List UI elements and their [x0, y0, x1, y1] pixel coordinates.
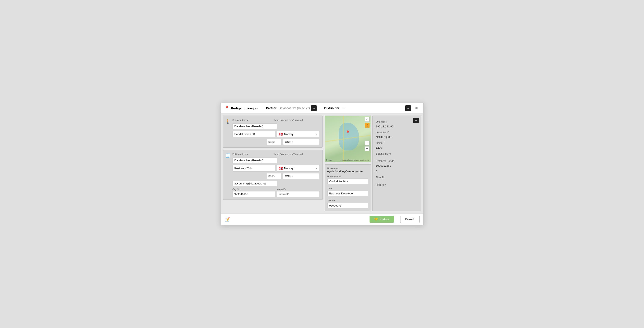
map-zoom-out-button[interactable]: − [365, 146, 370, 151]
location-id-label: Lokasjon ID [376, 131, 418, 134]
confirm-button[interactable]: Bekreft [400, 216, 419, 223]
finn-key-label: Finn Key [376, 183, 418, 186]
right-panel: ✏ Offentlig IP 195.18.131.90 Lokasjon ID… [372, 116, 421, 211]
contact-email: oyvind.andhoy@andhoy.com [328, 170, 368, 173]
visit-name-row [232, 123, 319, 129]
confirm-btn-label: Bekreft [405, 218, 414, 221]
visit-address-label: Besøksadresse [232, 119, 270, 121]
invoice-city-input[interactable] [283, 173, 319, 179]
map-pin-icon: 📍 [345, 130, 350, 135]
org-input[interactable] [232, 191, 275, 197]
partner-btn-label: Partner [380, 218, 389, 221]
invoice-street-row: 🇳🇴 Norway ▼ [232, 165, 319, 172]
left-panel: 🚶 Besøksadresse Land Postnummer/Poststed [221, 113, 325, 213]
invoice-name-row [232, 157, 319, 163]
org-label: Org Nr. [232, 188, 275, 191]
visit-country-postal-label: Land Postnummer/Poststed [274, 119, 319, 121]
person-icon: 🚶 [225, 119, 230, 124]
modal-title: Rediger Lokasjon [231, 106, 258, 110]
intern-label: Intern ID [277, 188, 319, 191]
finn-id-label: Finn ID [376, 176, 418, 179]
invoice-country-select[interactable]: 🇳🇴 Norway ▼ [277, 165, 319, 172]
distributor-value: --- [342, 106, 344, 110]
invoice-flag-icon: 🇳🇴 [279, 166, 283, 170]
visit-address-content: Besøksadresse Land Postnummer/Poststed 🇳… [232, 119, 319, 145]
public-ip-label: Offentlig IP [376, 120, 418, 123]
invoice-name-input[interactable] [232, 157, 277, 163]
distributor-area: Distributør: --- [324, 106, 344, 110]
visit-street-input[interactable] [232, 131, 275, 137]
map-box: 📍 Google Map data ©2019 Google Terms of … [325, 116, 371, 162]
databeat-value: 1000012369 [376, 164, 418, 167]
visit-postal-spacer [232, 139, 265, 145]
public-ip-value: 195.18.131.90 [376, 125, 418, 128]
distributor-label: Distributør: [324, 106, 340, 110]
brukernavn-label: Brukernavn [328, 167, 368, 170]
contact-box: Brukernavn oyvind.andhoy@andhoy.com Hove… [325, 164, 371, 211]
hovedkontakt-label: Hovedkontakt [328, 175, 368, 178]
middle-panel: 📍 Google Map data ©2019 Google Terms of … [325, 113, 372, 213]
visit-chevron-icon: ▼ [315, 133, 318, 135]
invoice-postal-input[interactable] [266, 173, 282, 179]
invoice-chevron-icon: ▼ [315, 167, 318, 170]
map-controls: ⤢ 🧍 + − [365, 117, 370, 151]
invoice-country-value: Norway [284, 167, 294, 170]
partner-edit-button[interactable]: ✏ [311, 105, 316, 111]
close-button[interactable]: ✕ [414, 105, 420, 111]
invoice-label-col: Fakturaadresse [232, 153, 270, 156]
map-person-button[interactable]: 🧍 [365, 123, 370, 128]
visit-country-label-col: Land Postnummer/Poststed [274, 119, 319, 122]
hovedkontakt-input[interactable] [328, 179, 368, 184]
right-panel-edit-button[interactable]: ✏ [414, 118, 419, 123]
invoice-email-row [232, 181, 319, 186]
visit-postal-input[interactable] [266, 139, 282, 145]
invoice-org-row: Org Nr. Intern ID [232, 188, 319, 197]
partner-btn-icon: 🤝 [374, 218, 378, 221]
visit-header-row: Besøksadresse Land Postnummer/Poststed [232, 119, 319, 122]
distributor-edit-button[interactable]: ✏ [405, 105, 411, 111]
modal-title-area: 📍 Rediger Lokasjon [225, 106, 258, 110]
modal-header: 📍 Rediger Lokasjon Partner: Databeat.Net… [221, 103, 423, 113]
extra-value: 0 [376, 170, 418, 173]
map-visual: 📍 Google Map data ©2019 Google Terms of … [325, 116, 371, 162]
invoice-email-input[interactable] [232, 181, 277, 186]
databeat-label: Databeat Kunde [376, 160, 418, 162]
modal-footer: 📝 🤝 Partner Bekreft [221, 213, 423, 225]
map-expand-button[interactable]: ⤢ [365, 117, 370, 122]
tittel-label: Tittel [328, 187, 368, 190]
invoice-intern-col: Intern ID [277, 188, 319, 197]
visit-label-col: Besøksadresse [232, 119, 270, 122]
visit-country-select[interactable]: 🇳🇴 Norway ▼ [277, 131, 319, 137]
invoice-address-section: 🧾 Fakturaadresse Land Postnummer/Postste… [223, 150, 322, 200]
map-road-2 [343, 116, 344, 162]
invoice-org-col: Org Nr. [232, 188, 275, 197]
invoice-address-label: Fakturaadresse [232, 153, 270, 155]
modal-container: 📍 Rediger Lokasjon Partner: Databeat.Net… [220, 103, 424, 225]
omni-id-value: 1200 [376, 146, 418, 149]
invoice-country-postal-label: Land Postnummer/Poststed [274, 153, 319, 155]
invoice-postal-row [232, 173, 319, 179]
visit-city-input[interactable] [283, 139, 319, 145]
map-terms-label: Map data ©2019 Google Terms of Use [340, 159, 370, 161]
partner-button[interactable]: 🤝 Partner [370, 216, 394, 223]
invoice-header-row: Fakturaadresse Land Postnummer/Poststed [232, 153, 319, 156]
invoice-street-input[interactable] [232, 165, 275, 172]
visit-postal-row [232, 139, 319, 145]
telefon-input[interactable] [328, 203, 368, 208]
omni-id-label: OmniID [376, 142, 418, 145]
telefon-label: Telefon [328, 199, 368, 202]
invoice-address-content: Fakturaadresse Land Postnummer/Poststed … [232, 153, 319, 197]
partner-value: Databeat.Net (Reseller) [279, 106, 310, 110]
map-zoom-in-button[interactable]: + [365, 141, 370, 145]
partner-label: Partner: [266, 106, 278, 110]
visit-street-row: 🇳🇴 Norway ▼ [232, 131, 319, 137]
visit-name-input[interactable] [232, 123, 277, 129]
footer-edit-icon: 📝 [225, 217, 230, 222]
map-google-label: Google [326, 159, 332, 161]
location-id-value: NODIRQ0001 [376, 135, 418, 139]
intern-id-input[interactable] [277, 191, 319, 197]
tittel-input[interactable] [328, 191, 368, 196]
invoice-postal-spacer [232, 173, 265, 179]
visit-flag-icon: 🇳🇴 [279, 132, 283, 136]
invoice-country-label-col: Land Postnummer/Poststed [274, 153, 319, 156]
